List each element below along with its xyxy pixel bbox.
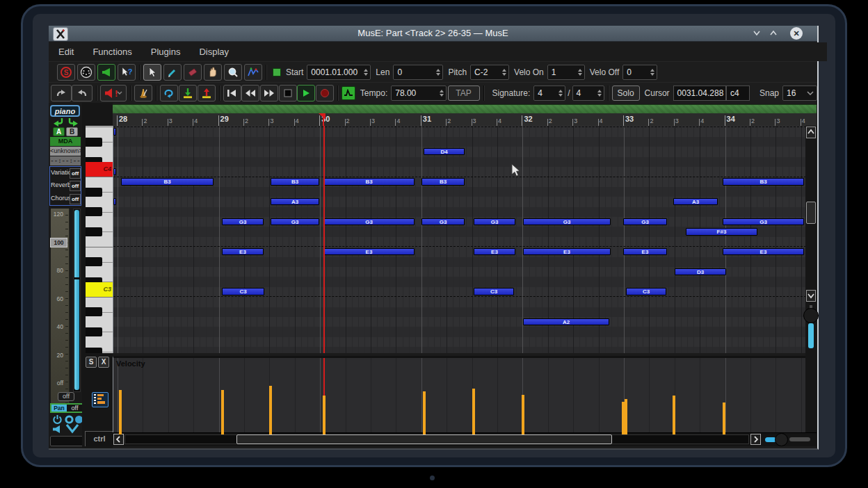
hscroll-thumb[interactable] — [236, 434, 612, 444]
solo-button[interactable]: Solo — [612, 86, 640, 101]
velocity-bar[interactable] — [522, 395, 524, 434]
midi-note[interactable]: A3 — [271, 198, 319, 206]
midi-note[interactable]: B3 — [121, 178, 214, 186]
velocity-bar[interactable] — [269, 386, 272, 434]
loop-button[interactable] — [160, 85, 178, 101]
midi-note[interactable]: A2 — [523, 318, 609, 326]
zoom-tool[interactable] — [224, 64, 242, 81]
start-spinbox[interactable]: 0001.01.000 — [307, 65, 371, 80]
velocity-bar[interactable] — [119, 390, 122, 434]
pan-control[interactable]: Pan off — [50, 403, 84, 413]
forward-button[interactable] — [260, 85, 278, 101]
send-value[interactable]: off — [70, 181, 81, 191]
scroll-up-icon[interactable] — [806, 127, 816, 138]
piano-key-black[interactable] — [86, 188, 102, 197]
velocity-close-button[interactable]: X — [98, 357, 109, 368]
midi-note[interactable]: B3 — [421, 178, 465, 186]
velocity-bar[interactable] — [625, 399, 627, 434]
midi-note[interactable]: E3 — [623, 248, 667, 256]
menu-item-plugins[interactable]: Plugins — [151, 47, 181, 57]
step-record-button[interactable]: S — [57, 64, 75, 81]
hzoom-knob[interactable] — [775, 433, 788, 446]
redo-button[interactable] — [72, 85, 93, 101]
midi-note-clipped[interactable] — [113, 128, 116, 136]
piano-keyboard[interactable]: C4C3 — [86, 126, 113, 353]
rewind-button[interactable] — [241, 85, 259, 101]
metronome-button[interactable] — [134, 85, 152, 101]
stop-button[interactable] — [279, 85, 297, 101]
ctrl-button[interactable]: ctrl — [85, 431, 113, 446]
scroll-right-icon[interactable] — [750, 434, 761, 445]
midi-note-clipped[interactable] — [113, 198, 116, 206]
midi-note[interactable]: E3 — [474, 248, 515, 256]
hzoom-track[interactable] — [789, 437, 810, 441]
patch-name[interactable]: MDA Piano — [50, 137, 81, 146]
eraser-tool[interactable] — [184, 64, 202, 81]
midi-note[interactable]: G3 — [723, 218, 804, 226]
midi-note[interactable]: G3 — [623, 218, 667, 226]
velocity-bar[interactable] — [423, 391, 426, 434]
velocity-bar[interactable] — [723, 402, 725, 434]
close-icon[interactable]: ✕ — [790, 27, 803, 40]
velocity-bar[interactable] — [673, 396, 675, 434]
tempo-spinbox[interactable]: 78.00 — [391, 86, 447, 101]
midi-note[interactable]: B3 — [271, 178, 319, 186]
pointer-tool[interactable] — [143, 64, 161, 81]
signature-denominator-spinbox[interactable]: 4 — [572, 86, 604, 101]
vscroll-thumb[interactable] — [806, 202, 816, 224]
play-button[interactable] — [297, 85, 315, 101]
envelope-v-icon[interactable] — [65, 423, 79, 434]
midi-note[interactable]: G3 — [271, 218, 319, 226]
piano-roll-canvas[interactable]: D4B3B3B3B3B3A3A3G3G3G3G3G3G3G3G3F#3E3E3E… — [113, 126, 806, 353]
midi-note[interactable]: G3 — [222, 218, 264, 226]
len-spinbox[interactable]: 0 — [393, 65, 443, 80]
scroll-down-icon[interactable] — [806, 290, 816, 302]
part-bar[interactable] — [113, 104, 817, 114]
whats-this-icon[interactable]: ? — [118, 64, 136, 81]
panic-button[interactable]: ! — [100, 85, 127, 101]
controller-b-button[interactable]: B — [66, 127, 78, 136]
pencil-tool[interactable] — [163, 64, 182, 81]
velocity-solo-button[interactable]: S — [86, 357, 97, 368]
piano-key-black[interactable] — [86, 207, 102, 216]
snap-dropdown[interactable]: 16 — [782, 86, 817, 101]
piano-key-black[interactable] — [86, 227, 102, 236]
pitch-spinbox[interactable]: C-2 — [470, 65, 509, 80]
undo-button[interactable] — [51, 85, 72, 101]
maximize-icon[interactable] — [769, 29, 782, 38]
piano-key-highlight-c4[interactable]: C4 — [86, 162, 113, 177]
signature-numerator-spinbox[interactable]: 4 — [533, 86, 565, 101]
timeline-ruler[interactable]: 28234292343023431234322343323434234 — [113, 113, 817, 127]
velocity-bar[interactable] — [323, 396, 326, 434]
midi-note[interactable]: E3 — [323, 248, 415, 256]
piano-key-highlight-c3[interactable]: C3 — [86, 282, 113, 298]
midi-note[interactable]: C3 — [222, 288, 264, 295]
minimize-icon[interactable] — [753, 29, 765, 38]
velo-on-spinbox[interactable]: 1 — [547, 65, 585, 80]
punch-in-button[interactable] — [179, 85, 197, 101]
midi-note[interactable]: E3 — [723, 248, 804, 256]
power-icon[interactable] — [52, 414, 63, 425]
next-part-arrow-icon[interactable] — [67, 117, 79, 127]
pan-hand-tool[interactable] — [204, 64, 222, 81]
titlebar[interactable]: MusE: Part <Track 2> 26-35 — MusE ✕ — [49, 26, 817, 42]
meter-off-button[interactable]: off — [58, 392, 74, 401]
piano-key-black[interactable] — [86, 138, 102, 147]
midi-note[interactable]: E3 — [523, 248, 611, 256]
menu-item-edit[interactable]: Edit — [58, 47, 74, 57]
tap-button[interactable]: TAP — [448, 86, 480, 101]
speaker-button[interactable] — [97, 64, 115, 81]
vzoom-knob[interactable] — [803, 308, 819, 323]
velocity-slider-bar[interactable] — [74, 210, 79, 390]
menu-item-display[interactable]: Display — [199, 47, 229, 57]
midi-note-clipped[interactable] — [113, 168, 116, 176]
midi-note[interactable]: D3 — [675, 268, 726, 276]
midi-note[interactable]: F#3 — [686, 228, 757, 236]
piano-key-black[interactable] — [86, 307, 102, 316]
velocity-lane[interactable]: Velocity — [113, 356, 806, 434]
midi-note[interactable]: G3 — [323, 218, 415, 226]
menu-item-functions[interactable]: Functions — [93, 47, 131, 57]
midi-send-row[interactable]: Reverb:off — [50, 179, 81, 192]
record-button[interactable] — [316, 85, 334, 101]
punch-out-button[interactable] — [198, 85, 216, 101]
